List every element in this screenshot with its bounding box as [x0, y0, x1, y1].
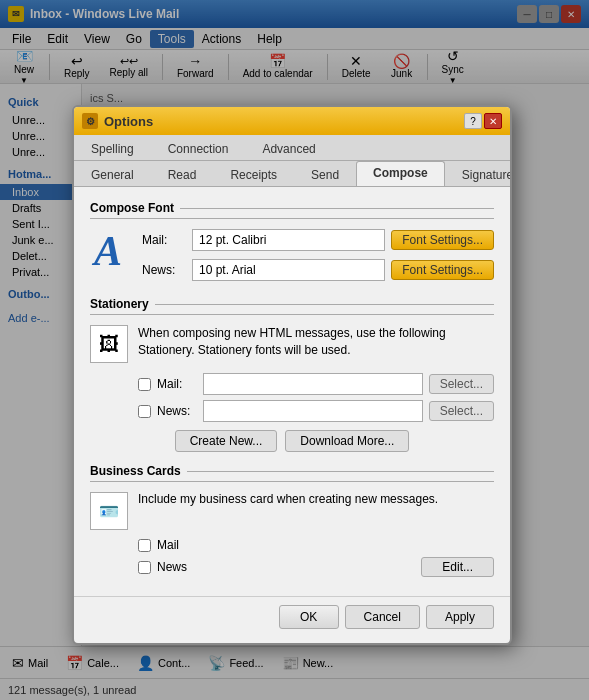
dialog-content: Compose Font A Mail: 12 pt. Calibri Font… [74, 187, 510, 596]
dialog-overlay: ⚙ Options ? ✕ Spelling Connection Advanc… [0, 0, 589, 700]
tab-read[interactable]: Read [151, 163, 214, 186]
stationery-news-input[interactable] [203, 400, 423, 422]
stationery-mail-select-button[interactable]: Select... [429, 374, 494, 394]
bcard-mail-label: Mail [157, 538, 207, 552]
bcard-edit-button[interactable]: Edit... [421, 557, 494, 577]
stationery-mail-row: Mail: Select... [138, 373, 494, 395]
dialog-title-bar: ⚙ Options ? ✕ [74, 107, 510, 135]
bcard-news-check-group: News [138, 560, 207, 574]
bcard-news-row: News Edit... [138, 557, 494, 577]
news-font-row: News: 10 pt. Arial Font Settings... [142, 259, 494, 281]
mail-font-settings-button[interactable]: Font Settings... [391, 230, 494, 250]
dialog-help-button[interactable]: ? [464, 113, 482, 129]
dialog-title: Options [104, 114, 153, 129]
dialog-close-button[interactable]: ✕ [484, 113, 502, 129]
stationery-news-checkbox[interactable] [138, 405, 151, 418]
tab-general[interactable]: General [74, 163, 151, 186]
dialog-title-controls: ? ✕ [464, 113, 502, 129]
news-font-value: 10 pt. Arial [192, 259, 385, 281]
bcard-news-label: News [157, 560, 207, 574]
tab-advanced[interactable]: Advanced [245, 137, 332, 160]
stationery-rows: Mail: Select... News: Select... [138, 373, 494, 422]
tab-send[interactable]: Send [294, 163, 356, 186]
cancel-button[interactable]: Cancel [345, 605, 420, 629]
stationery-mail-input[interactable] [203, 373, 423, 395]
options-dialog: ⚙ Options ? ✕ Spelling Connection Advanc… [72, 105, 512, 645]
dialog-footer: OK Cancel Apply [74, 596, 510, 643]
tab-signatures[interactable]: Signatures [445, 163, 512, 186]
stationery-mail-checkbox[interactable] [138, 378, 151, 391]
stationery-area: 🖼 When composing new HTML messages, use … [90, 325, 494, 363]
mail-font-value: 12 pt. Calibri [192, 229, 385, 251]
download-more-button[interactable]: Download More... [285, 430, 409, 452]
ok-button[interactable]: OK [279, 605, 339, 629]
bcard-mail-row: Mail [138, 538, 494, 552]
news-font-label: News: [142, 263, 192, 277]
font-letter-icon: A [94, 227, 122, 275]
create-new-button[interactable]: Create New... [175, 430, 278, 452]
tab-compose[interactable]: Compose [356, 161, 445, 186]
mail-font-row: Mail: 12 pt. Calibri Font Settings... [142, 229, 494, 251]
tab-receipts[interactable]: Receipts [213, 163, 294, 186]
dialog-icon: ⚙ [82, 113, 98, 129]
bcard-area: 🪪 Include my business card when creating… [90, 492, 494, 530]
stationery-buttons: Create New... Download More... [90, 430, 494, 452]
compose-font-section-header: Compose Font [90, 201, 494, 219]
tab-connection[interactable]: Connection [151, 137, 246, 160]
bcard-icon: 🪪 [90, 492, 128, 530]
news-font-settings-button[interactable]: Font Settings... [391, 260, 494, 280]
bcard-mail-checkbox[interactable] [138, 539, 151, 552]
main-window: ✉ Inbox - Windows Live Mail ─ □ ✕ File E… [0, 0, 589, 700]
stationery-description: When composing new HTML messages, use th… [138, 325, 494, 359]
stationery-mail-label: Mail: [157, 377, 197, 391]
bcard-news-checkbox[interactable] [138, 561, 151, 574]
stationery-news-label: News: [157, 404, 197, 418]
stationery-section-header: Stationery [90, 297, 494, 315]
business-cards-section-header: Business Cards [90, 464, 494, 482]
apply-button[interactable]: Apply [426, 605, 494, 629]
tab-spelling[interactable]: Spelling [74, 137, 151, 160]
bcard-rows: Mail News Edit... [138, 538, 494, 577]
stationery-news-row: News: Select... [138, 400, 494, 422]
stationery-news-select-button[interactable]: Select... [429, 401, 494, 421]
font-rows: Mail: 12 pt. Calibri Font Settings... Ne… [90, 229, 494, 281]
stationery-preview-icon: 🖼 [90, 325, 128, 363]
dialog-tabs-row1: Spelling Connection Advanced [74, 135, 510, 161]
compose-font-area: A Mail: 12 pt. Calibri Font Settings... [90, 229, 494, 281]
bcard-description: Include my business card when creating n… [138, 492, 438, 506]
dialog-tabs-row2: General Read Receipts Send Compose Signa… [74, 161, 510, 187]
mail-font-label: Mail: [142, 233, 192, 247]
